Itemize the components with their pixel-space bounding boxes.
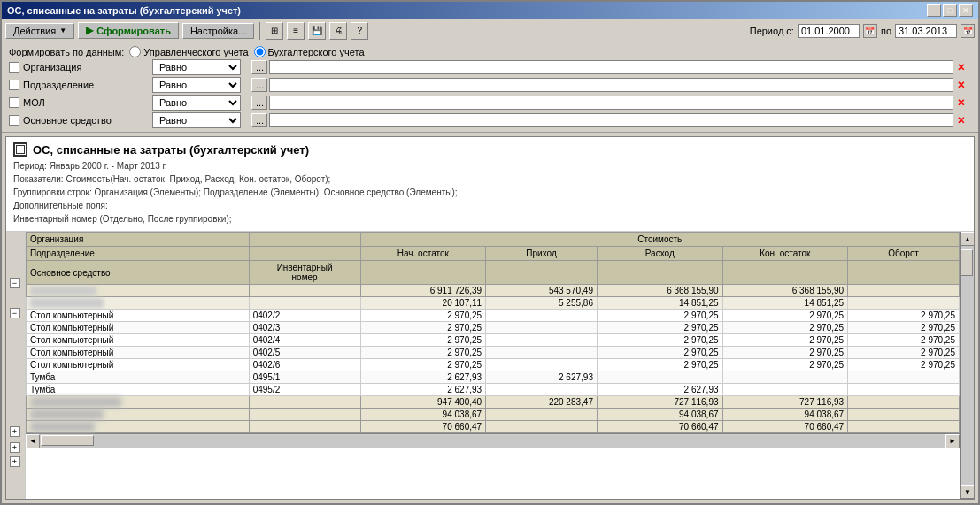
close-button[interactable]: ✕ [959, 4, 973, 17]
period-section: Период с: 📅 по 📅 [750, 24, 975, 38]
col-nach: Нач. остаток [360, 247, 486, 261]
org-value[interactable] [269, 60, 953, 74]
report-table: Организация Стоимость Подразделение Нач.… [26, 232, 960, 433]
report-table-container: Организация Стоимость Подразделение Нач.… [26, 232, 960, 499]
help-icon[interactable]: ? [351, 22, 368, 40]
settings-button[interactable]: Настройка... [182, 23, 254, 39]
table-row: Тумба 0495/1 2 627,93 2 627,93 [27, 371, 960, 384]
mol-dots-button[interactable]: ... [251, 96, 267, 110]
dept-label: Подразделение [9, 80, 150, 90]
subtotal4-row: 70 660,47 70 660,47 70 660,47 [27, 421, 960, 433]
report-meta: Период: Январь 2000 г. - Март 2013 г. По… [13, 159, 967, 226]
mol-checkbox[interactable] [9, 97, 19, 108]
table-row: Стол компьютерный 0402/2 2 970,25 2 970,… [27, 310, 960, 322]
org-condition[interactable]: Равно [152, 59, 241, 75]
expand-btn-total[interactable]: − [10, 278, 20, 288]
asset-value[interactable] [269, 113, 953, 127]
org-dots-button[interactable]: ... [251, 60, 267, 74]
print-icon[interactable]: 🖨 [329, 22, 347, 40]
total-nach: 6 911 726,39 [360, 285, 486, 297]
table-row: Тумба 0495/2 2 627,93 2 627,93 [27, 384, 960, 396]
scroll-h-thumb[interactable] [41, 435, 94, 446]
dept-checkbox[interactable] [9, 80, 19, 90]
table-icon[interactable]: ⊞ [266, 22, 283, 40]
separator1 [259, 22, 260, 40]
generate-button[interactable]: ▶ Сформировать [78, 22, 179, 39]
period-from-calendar[interactable]: 📅 [863, 24, 877, 38]
list-icon[interactable]: ≡ [287, 22, 305, 40]
subtotal2-row: 947 400,40 220 283,47 727 116,93 727 116… [27, 396, 960, 409]
minimize-button[interactable]: ─ [927, 4, 941, 17]
col-kon3 [722, 261, 848, 285]
report-header: ОС, списанные на затраты (бухгалтерский … [6, 137, 974, 232]
sub1-kon: 14 851,25 [722, 297, 848, 310]
total-rashod: 6 368 155,90 [597, 285, 722, 297]
row1-name: Стол компьютерный [27, 310, 250, 322]
asset-clear-button[interactable]: ✕ [955, 115, 971, 126]
table-row: Стол компьютерный 0402/5 2 970,25 2 970,… [27, 347, 960, 359]
col-kon: Кон. остаток [722, 247, 848, 261]
period-from-input[interactable] [798, 24, 860, 38]
maximize-button[interactable]: □ [943, 4, 957, 17]
form-by-row: Формировать по данным: Управленческого у… [9, 46, 971, 57]
col-stoimost-header: Стоимость [360, 233, 959, 247]
mol-value[interactable] [269, 96, 953, 110]
report-icon [13, 142, 27, 157]
total-oborot [848, 285, 960, 297]
scroll-h-track[interactable] [41, 435, 945, 448]
table-row: Стол компьютерный 0402/4 2 970,25 2 970,… [27, 334, 960, 347]
period-to-calendar[interactable]: 📅 [961, 24, 975, 38]
scroll-down-button[interactable]: ▼ [961, 485, 974, 499]
org-clear-button[interactable]: ✕ [955, 62, 971, 73]
dept-clear-button[interactable]: ✕ [955, 80, 971, 91]
save-icon[interactable]: 💾 [308, 22, 326, 40]
total-prihod: 543 570,49 [486, 285, 598, 297]
col-asset: Основное средство [27, 261, 250, 285]
expand-btn-sub1[interactable]: − [10, 308, 20, 318]
col-inv-header [249, 233, 360, 247]
main-window: ОС, списанные на затраты (бухгалтерский … [0, 0, 980, 505]
window-title: ОС, списанные на затраты (бухгалтерский … [7, 5, 241, 16]
col-inv2 [249, 247, 360, 261]
total-kon: 6 368 155,90 [722, 285, 848, 297]
col-rashod: Расход [597, 247, 722, 261]
radio-accounting[interactable]: Бухгалтерского учета [254, 46, 365, 57]
col-nach3 [360, 261, 486, 285]
expand-btn-sub3[interactable]: + [10, 442, 20, 453]
org-checkbox[interactable] [9, 62, 19, 73]
mol-condition[interactable]: Равно [152, 95, 241, 111]
expand-btn-sub2[interactable]: + [10, 426, 20, 437]
toolbar: Действия ▼ ▶ Сформировать Настройка... ⊞… [2, 19, 978, 42]
asset-checkbox[interactable] [9, 115, 19, 126]
col-oborot3 [848, 261, 960, 285]
sub1-nach: 20 107,11 [360, 297, 486, 310]
total-row: 6 911 726,39 543 570,49 6 368 155,90 6 3… [27, 285, 960, 297]
left-expand-panel: − − + + [6, 232, 26, 499]
dept-value[interactable] [269, 78, 953, 92]
table-row: Стол компьютерный 0402/6 2 970,25 2 970,… [27, 359, 960, 371]
filter-section: Формировать по данным: Управленческого у… [2, 42, 978, 133]
report-area: ОС, списанные на затраты (бухгалтерский … [5, 136, 975, 500]
actions-menu[interactable]: Действия ▼ [5, 23, 74, 39]
mol-label: МОЛ [9, 97, 150, 108]
scroll-up-button[interactable]: ▲ [961, 232, 974, 246]
total-label [27, 285, 250, 297]
dept-condition[interactable]: Равно [152, 77, 241, 93]
org-label: Организация [9, 62, 150, 73]
col-prihod: Приход [486, 247, 598, 261]
asset-dots-button[interactable]: ... [251, 113, 267, 127]
radio-management[interactable]: Управленческого учета [129, 46, 248, 57]
col-oborot: Оборот [848, 247, 960, 261]
scroll-left-button[interactable]: ◄ [26, 434, 40, 448]
sub1-prihod: 5 255,86 [486, 297, 598, 310]
scroll-right-button[interactable]: ► [945, 434, 960, 448]
period-to-input[interactable] [895, 24, 957, 38]
asset-condition[interactable]: Равно [152, 112, 241, 128]
scroll-v-track[interactable] [961, 246, 974, 485]
expand-btn-sub4[interactable]: + [10, 456, 20, 467]
subtotal3-row: 94 038,67 94 038,67 94 038,67 [27, 409, 960, 421]
dept-dots-button[interactable]: ... [251, 78, 267, 92]
col-dept: Подразделение [27, 247, 250, 261]
mol-clear-button[interactable]: ✕ [955, 97, 971, 109]
scroll-v-thumb[interactable] [961, 249, 973, 276]
